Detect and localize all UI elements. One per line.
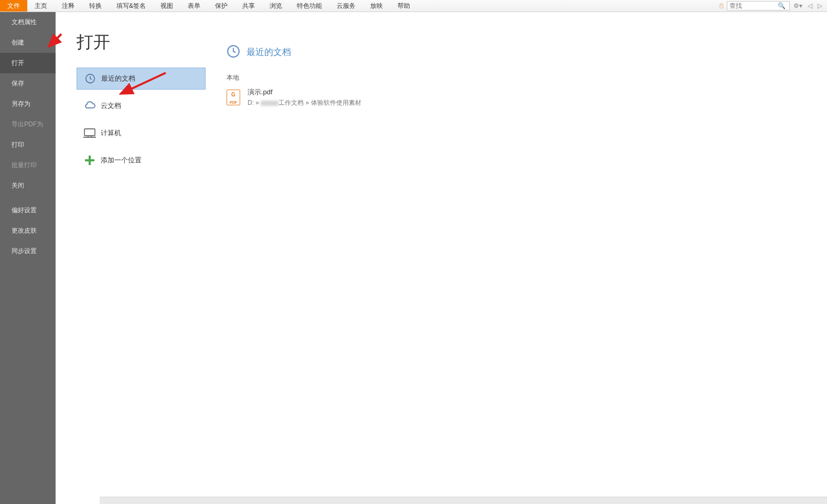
content-header: 最近的文档 (227, 45, 827, 60)
recent-file-info: 演示.pdf D: » 工作文档 » 体验软件使用素材 (248, 87, 361, 107)
sidebar-item-batch-print[interactable]: 批量打印 (0, 155, 56, 176)
menubar: 文件 主页 注释 转换 填写&签名 视图 表单 保护 共享 浏览 特色功能 云服… (0, 0, 827, 12)
search-input[interactable] (727, 2, 778, 10)
settings-dropdown-icon[interactable]: ⚙▾ (792, 2, 804, 9)
sidebar-item-print[interactable]: 打印 (0, 135, 56, 155)
sidebar-item-open[interactable]: 打开 (0, 53, 56, 73)
search-page-icon[interactable]: ⎙ (718, 2, 725, 9)
svg-rect-1 (84, 129, 95, 136)
svg-rect-3 (85, 159, 94, 161)
menu-tab-browse[interactable]: 浏览 (262, 0, 289, 12)
location-computer[interactable]: 计算机 (77, 122, 206, 144)
location-cloud-label: 云文档 (101, 101, 121, 111)
sidebar-item-save[interactable]: 保存 (0, 73, 56, 94)
menu-tab-playback[interactable]: 放映 (363, 0, 390, 12)
menu-tab-convert[interactable]: 转换 (82, 0, 109, 12)
menu-tab-form[interactable]: 表单 (180, 0, 208, 12)
menu-tab-help[interactable]: 帮助 (390, 0, 417, 12)
nav-forward-icon[interactable]: ▷ (816, 2, 824, 9)
menu-tab-cloud[interactable]: 云服务 (329, 0, 363, 12)
section-label-local: 本地 (227, 73, 827, 82)
menu-tab-annotate[interactable]: 注释 (55, 0, 82, 12)
cloud-icon (83, 101, 96, 111)
clock-icon (83, 73, 97, 84)
pdf-file-icon: G PDF (227, 90, 240, 105)
menu-tab-share[interactable]: 共享 (235, 0, 262, 12)
search-box[interactable]: 🔍 (727, 1, 790, 10)
content-area: 最近的文档 本地 G PDF 演示.pdf D: » 工作文档 » 体验软件使用… (208, 12, 827, 504)
location-computer-label: 计算机 (101, 128, 121, 138)
location-add-label: 添加一个位置 (101, 156, 142, 165)
menu-tab-fill-sign[interactable]: 填写&签名 (109, 0, 153, 12)
horizontal-scrollbar[interactable] (100, 497, 827, 504)
secondary-panel: 打开 最近的文档 云文档 计算机 添加一个位置 (56, 12, 208, 504)
sidebar-item-create[interactable]: 创建 (0, 32, 56, 53)
menu-tab-file[interactable]: 文件 (0, 0, 27, 12)
menu-tab-view[interactable]: 视图 (153, 0, 180, 12)
sidebar-item-properties[interactable]: 文档属性 (0, 12, 56, 32)
clock-icon (227, 45, 240, 60)
recent-file-row[interactable]: G PDF 演示.pdf D: » 工作文档 » 体验软件使用素材 (227, 86, 827, 108)
plus-icon (83, 155, 96, 166)
location-cloud[interactable]: 云文档 (77, 95, 206, 117)
location-recent-label: 最近的文档 (101, 74, 135, 83)
sidebar-item-save-as[interactable]: 另存为 (0, 94, 56, 114)
location-recent[interactable]: 最近的文档 (77, 68, 206, 90)
sidebar-item-export-pdf[interactable]: 导出PDF为 (0, 114, 56, 135)
sidebar-item-skin[interactable]: 更改皮肤 (0, 221, 56, 241)
search-icon[interactable]: 🔍 (778, 2, 787, 9)
computer-icon (83, 128, 96, 138)
menu-tab-home[interactable]: 主页 (27, 0, 55, 12)
menu-tab-protect[interactable]: 保护 (208, 0, 235, 12)
location-add[interactable]: 添加一个位置 (77, 149, 206, 171)
page-title: 打开 (77, 31, 208, 54)
menubar-right-controls: ⎙ 🔍 ⚙▾ ◁ ▷ (718, 0, 827, 12)
sidebar: 文档属性 创建 打开 保存 另存为 导出PDF为 打印 批量打印 关闭 偏好设置… (0, 12, 56, 504)
recent-file-name: 演示.pdf (248, 87, 361, 97)
main-container: 文档属性 创建 打开 保存 另存为 导出PDF为 打印 批量打印 关闭 偏好设置… (0, 12, 827, 504)
content-title: 最近的文档 (246, 46, 291, 58)
sidebar-item-sync[interactable]: 同步设置 (0, 241, 56, 261)
nav-back-icon[interactable]: ◁ (806, 2, 814, 9)
menu-tab-features[interactable]: 特色功能 (289, 0, 329, 12)
sidebar-item-preferences[interactable]: 偏好设置 (0, 200, 56, 221)
recent-file-path: D: » 工作文档 » 体验软件使用素材 (248, 98, 361, 107)
sidebar-item-close[interactable]: 关闭 (0, 176, 56, 196)
